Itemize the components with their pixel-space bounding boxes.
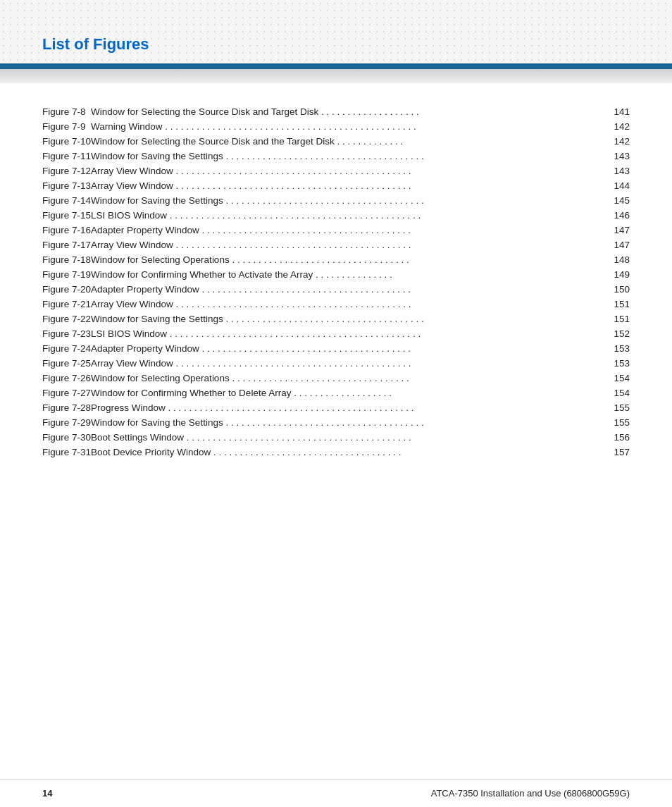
- figure-list-table: Figure 7-8Window for Selecting the Sourc…: [42, 104, 630, 460]
- list-item: Figure 7-27Window for Confirming Whether…: [42, 386, 630, 400]
- figure-page-number: 142: [605, 134, 630, 149]
- figure-title: Array View Window . . . . . . . . . . . …: [91, 297, 605, 312]
- figure-page-number: 151: [605, 297, 630, 312]
- figure-page-number: 152: [605, 326, 630, 341]
- figure-title: LSI BIOS Window . . . . . . . . . . . . …: [91, 208, 605, 223]
- figure-page-number: 147: [605, 223, 630, 238]
- gray-divider-bar: [0, 69, 672, 83]
- figure-title: Boot Device Priority Window . . . . . . …: [91, 445, 605, 460]
- figure-page-number: 147: [605, 238, 630, 252]
- figure-number: Figure 7-30: [42, 430, 91, 445]
- footer-page-number: 14: [42, 788, 52, 799]
- figure-number: Figure 7-28: [42, 400, 91, 415]
- list-item: Figure 7-30Boot Settings Window . . . . …: [42, 430, 630, 445]
- list-item: Figure 7-19Window for Confirming Whether…: [42, 267, 630, 282]
- figure-number: Figure 7-10: [42, 134, 91, 149]
- figure-page-number: 143: [605, 149, 630, 164]
- figure-number: Figure 7-17: [42, 238, 91, 252]
- figure-title: Window for Saving the Settings . . . . .…: [91, 149, 605, 164]
- figure-number: Figure 7-9: [42, 119, 91, 134]
- figure-number: Figure 7-27: [42, 386, 91, 400]
- list-item: Figure 7-20Adapter Property Window . . .…: [42, 282, 630, 297]
- figure-page-number: 154: [605, 371, 630, 386]
- figure-number: Figure 7-24: [42, 341, 91, 356]
- figure-page-number: 151: [605, 312, 630, 326]
- figure-title: Array View Window . . . . . . . . . . . …: [91, 356, 605, 371]
- list-item: Figure 7-14Window for Saving the Setting…: [42, 193, 630, 208]
- figure-title: Window for Confirming Whether to Delete …: [91, 386, 605, 400]
- figure-page-number: 145: [605, 193, 630, 208]
- figure-page-number: 144: [605, 178, 630, 193]
- list-item: Figure 7-29Window for Saving the Setting…: [42, 415, 630, 430]
- list-item: Figure 7-10Window for Selecting the Sour…: [42, 134, 630, 149]
- list-item: Figure 7-13Array View Window . . . . . .…: [42, 178, 630, 193]
- figure-number: Figure 7-12: [42, 164, 91, 178]
- figure-title: Window for Saving the Settings . . . . .…: [91, 415, 605, 430]
- figure-title: Window for Saving the Settings . . . . .…: [91, 312, 605, 326]
- figure-title: LSI BIOS Window . . . . . . . . . . . . …: [91, 326, 605, 341]
- figure-number: Figure 7-11: [42, 149, 91, 164]
- list-item: Figure 7-18Window for Selecting Operatio…: [42, 252, 630, 267]
- figure-page-number: 143: [605, 164, 630, 178]
- figure-page-number: 146: [605, 208, 630, 223]
- list-item: Figure 7-9Warning Window . . . . . . . .…: [42, 119, 630, 134]
- page-footer: 14 ATCA-7350 Installation and Use (68068…: [0, 779, 672, 807]
- figure-number: Figure 7-31: [42, 445, 91, 460]
- list-item: Figure 7-21Array View Window . . . . . .…: [42, 297, 630, 312]
- list-item: Figure 7-22Window for Saving the Setting…: [42, 312, 630, 326]
- list-item: Figure 7-23LSI BIOS Window . . . . . . .…: [42, 326, 630, 341]
- figure-title: Window for Selecting the Source Disk and…: [91, 134, 605, 149]
- figure-number: Figure 7-23: [42, 326, 91, 341]
- figure-page-number: 155: [605, 415, 630, 430]
- figure-page-number: 149: [605, 267, 630, 282]
- figure-title: Window for Selecting Operations . . . . …: [91, 252, 605, 267]
- list-item: Figure 7-26Window for Selecting Operatio…: [42, 371, 630, 386]
- figure-page-number: 141: [605, 104, 630, 119]
- list-item: Figure 7-24Adapter Property Window . . .…: [42, 341, 630, 356]
- list-item: Figure 7-16Adapter Property Window . . .…: [42, 223, 630, 238]
- figure-number: Figure 7-13: [42, 178, 91, 193]
- figure-number: Figure 7-18: [42, 252, 91, 267]
- figure-title: Progress Window . . . . . . . . . . . . …: [91, 400, 605, 415]
- figure-title: Window for Selecting Operations . . . . …: [91, 371, 605, 386]
- figure-number: Figure 7-22: [42, 312, 91, 326]
- figure-title: Boot Settings Window . . . . . . . . . .…: [91, 430, 605, 445]
- figure-page-number: 156: [605, 430, 630, 445]
- figure-title: Window for Confirming Whether to Activat…: [91, 267, 605, 282]
- figure-number: Figure 7-16: [42, 223, 91, 238]
- figure-title: Adapter Property Window . . . . . . . . …: [91, 282, 605, 297]
- figure-title: Array View Window . . . . . . . . . . . …: [91, 178, 605, 193]
- list-item: Figure 7-31Boot Device Priority Window .…: [42, 445, 630, 460]
- figure-title: Window for Selecting the Source Disk and…: [91, 104, 605, 119]
- main-content: Figure 7-8Window for Selecting the Sourc…: [0, 83, 672, 516]
- figure-number: Figure 7-19: [42, 267, 91, 282]
- figure-page-number: 148: [605, 252, 630, 267]
- list-item: Figure 7-15LSI BIOS Window . . . . . . .…: [42, 208, 630, 223]
- figure-title: Warning Window . . . . . . . . . . . . .…: [91, 119, 605, 134]
- figure-number: Figure 7-8: [42, 104, 91, 119]
- figure-number: Figure 7-15: [42, 208, 91, 223]
- figure-page-number: 142: [605, 119, 630, 134]
- blue-divider-bar: [0, 63, 672, 69]
- figure-number: Figure 7-25: [42, 356, 91, 371]
- figure-number: Figure 7-26: [42, 371, 91, 386]
- header-dot-pattern: [0, 0, 672, 63]
- figure-title: Array View Window . . . . . . . . . . . …: [91, 164, 605, 178]
- list-item: Figure 7-11Window for Saving the Setting…: [42, 149, 630, 164]
- figure-page-number: 154: [605, 386, 630, 400]
- figure-title: Window for Saving the Settings . . . . .…: [91, 193, 605, 208]
- figure-number: Figure 7-29: [42, 415, 91, 430]
- page-title: List of Figures: [42, 35, 149, 54]
- figure-page-number: 153: [605, 341, 630, 356]
- list-item: Figure 7-17Array View Window . . . . . .…: [42, 238, 630, 252]
- list-item: Figure 7-8Window for Selecting the Sourc…: [42, 104, 630, 119]
- figure-number: Figure 7-20: [42, 282, 91, 297]
- figure-number: Figure 7-14: [42, 193, 91, 208]
- figure-title: Adapter Property Window . . . . . . . . …: [91, 341, 605, 356]
- figure-title: Adapter Property Window . . . . . . . . …: [91, 223, 605, 238]
- figure-page-number: 155: [605, 400, 630, 415]
- figure-page-number: 150: [605, 282, 630, 297]
- page-header: List of Figures: [0, 0, 672, 63]
- figure-title: Array View Window . . . . . . . . . . . …: [91, 238, 605, 252]
- list-item: Figure 7-28Progress Window . . . . . . .…: [42, 400, 630, 415]
